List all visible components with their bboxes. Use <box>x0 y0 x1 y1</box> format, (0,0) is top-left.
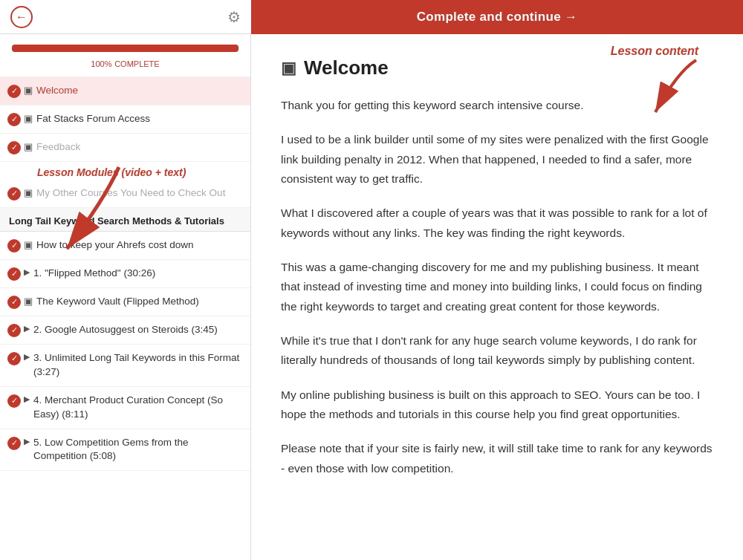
check-icon: ✓ <box>7 141 24 154</box>
video-icon: ▶ <box>24 436 30 447</box>
check-icon: ✓ <box>7 267 24 281</box>
content-body: Thank you for getting this keyword searc… <box>281 96 713 478</box>
content-area: Lesson content ▣ Welcome Thank you for g… <box>251 34 743 560</box>
progress-complete-text: COMPLETE <box>114 59 160 68</box>
lesson-title: 4. Merchant Product Curation Concept (So… <box>33 394 241 422</box>
progress-percent: 100% <box>91 59 111 68</box>
lesson-item-merchant[interactable]: ✓ ▶ 4. Merchant Product Curation Concept… <box>0 387 250 429</box>
check-icon: ✓ <box>7 437 24 450</box>
video-icon: ▶ <box>24 351 30 362</box>
content-title-icon: ▣ <box>281 59 296 78</box>
lesson-item-autosuggest[interactable]: ✓ ▶ 2. Google Autosuggest on Steroids (3… <box>0 316 250 345</box>
main-layout: 100% COMPLETE ✓ ▣ Welcome ✓ ▣ Fat Stacks… <box>0 34 743 560</box>
content-title-text: Welcome <box>304 56 389 79</box>
check-icon: ✓ <box>7 352 24 365</box>
lesson-item-feedback[interactable]: ✓ ▣ Feedback <box>0 134 250 162</box>
lesson-title: Fat Stacks Forum Access <box>36 112 150 126</box>
section-header-longtail: Long Tail Keyword Search Methods & Tutor… <box>0 208 250 232</box>
complete-continue-button[interactable]: Complete and continue → <box>251 10 743 25</box>
lesson-item-low-competition[interactable]: ✓ ▶ 5. Low Competition Gems from the Com… <box>0 429 250 472</box>
check-icon: ✓ <box>7 187 24 201</box>
doc-icon: ▣ <box>24 238 33 252</box>
check-icon: ✓ <box>7 239 24 253</box>
lesson-title: 2. Google Autosuggest on Steroids (3:45) <box>33 323 218 337</box>
lesson-item-unlimited-keywords[interactable]: ✓ ▶ 3. Unlimited Long Tail Keywords in t… <box>0 345 250 387</box>
content-paragraph-6: My online publishing business is built o… <box>281 385 713 425</box>
progress-section: 100% COMPLETE <box>0 34 250 77</box>
progress-bar-fill <box>12 45 239 52</box>
lesson-title: How to keep your Ahrefs cost down <box>36 238 194 253</box>
doc-icon: ▣ <box>24 186 33 200</box>
lesson-item-forum-access[interactable]: ✓ ▣ Fat Stacks Forum Access <box>0 105 250 134</box>
content-paragraph-7: Please note that if your site is fairly … <box>281 439 713 478</box>
doc-icon: ▣ <box>24 295 33 308</box>
gear-button[interactable]: ⚙ <box>227 8 241 26</box>
lesson-item-welcome[interactable]: ✓ ▣ Welcome <box>0 77 250 105</box>
video-icon: ▶ <box>24 323 30 334</box>
content-paragraph-5: While it's true that I don't rank for an… <box>281 331 713 371</box>
check-icon: ✓ <box>7 394 24 408</box>
lesson-title: 1. "Flipped Method" (30:26) <box>33 267 155 281</box>
lesson-title: The Keyword Vault (Flipped Method) <box>36 295 199 309</box>
lesson-item-flipped-method[interactable]: ✓ ▶ 1. "Flipped Method" (30:26) <box>0 260 250 288</box>
video-icon: ▶ <box>24 394 30 405</box>
content-paragraph-2: I used to be a link builder until some o… <box>281 130 713 189</box>
sidebar: 100% COMPLETE ✓ ▣ Welcome ✓ ▣ Fat Stacks… <box>0 34 251 560</box>
top-bar: ← ⚙ Complete and continue → <box>0 0 743 34</box>
lesson-modules-annotation-label: Lesson Modules (video + text) <box>7 165 250 178</box>
lesson-item-keyword-vault[interactable]: ✓ ▣ The Keyword Vault (Flipped Method) <box>0 288 250 316</box>
lesson-title: Welcome <box>36 84 78 98</box>
check-icon: ✓ <box>7 324 24 337</box>
lesson-title: 3. Unlimited Long Tail Keywords in this … <box>33 351 241 380</box>
video-icon: ▶ <box>24 267 30 278</box>
lesson-item-other-courses[interactable]: ✓ ▣ My Other Courses You Need to Check O… <box>0 180 250 208</box>
doc-icon: ▣ <box>24 140 33 154</box>
check-icon: ✓ <box>7 113 24 126</box>
content-paragraph-1: Thank you for getting this keyword searc… <box>281 96 713 115</box>
check-icon: ✓ <box>7 85 24 98</box>
lesson-title: My Other Courses You Need to Check Out <box>36 186 225 201</box>
lesson-modules-annotation-area: Lesson Modules (video + text) <box>0 162 250 180</box>
check-icon: ✓ <box>7 296 24 309</box>
lesson-title: Feedback <box>36 140 80 154</box>
content-title: ▣ Welcome <box>281 56 713 79</box>
progress-label: 100% COMPLETE <box>12 58 239 69</box>
content-paragraph-3: What I discovered after a couple of year… <box>281 204 713 243</box>
progress-bar-background <box>12 45 239 52</box>
content-paragraph-4: This was a game-changing discovery for m… <box>281 258 713 316</box>
lesson-title: 5. Low Competition Gems from the Competi… <box>33 436 241 464</box>
lesson-item-ahrefs[interactable]: ✓ ▣ How to keep your Ahrefs cost down <box>0 232 250 260</box>
sidebar-header: ← ⚙ <box>0 0 251 34</box>
doc-icon: ▣ <box>24 112 33 126</box>
back-button[interactable]: ← <box>10 6 33 28</box>
doc-icon: ▣ <box>24 84 33 97</box>
